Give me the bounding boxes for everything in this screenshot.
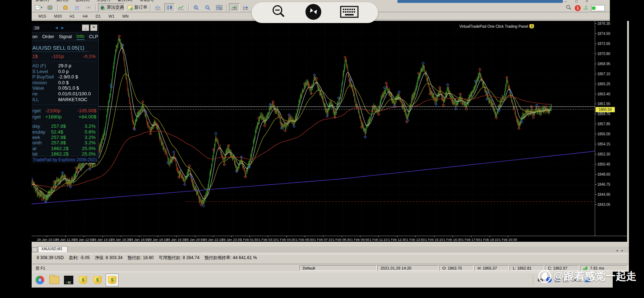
profit-row: onth257.8$3.2% [32,140,98,145]
time-tick: 1 Feb 11:10 [369,238,387,241]
panel-tab-order[interactable]: Order [42,34,54,39]
menu-item-1[interactable]: 查看(V) [35,0,49,3]
auto-scroll-button[interactable] [229,3,240,12]
chart-shift-button[interactable] [240,3,251,12]
moneybag-icon[interactable]: $ [529,24,534,28]
auto-scroll-icon [231,5,238,10]
menu-item-3[interactable]: 图表(C) [75,0,89,3]
taskbar-metatrader-1-icon[interactable]: $ [77,274,89,286]
bottom-black-strip [0,287,644,298]
time-tick: 1 Feb 16:30 [443,238,462,241]
timeframe-h1[interactable]: H1 [68,13,76,19]
timeframe-mn[interactable]: MN [121,13,130,19]
current-price-tag: 1860.59 [595,107,615,112]
timeframe-d1[interactable]: D1 [94,13,102,19]
new-chart-button[interactable] [33,3,44,12]
lvl-icon[interactable]: ⬆LVL [584,6,588,10]
candle-mode-button[interactable] [164,3,175,12]
profit-period-label: onth [32,140,51,145]
panel-minimize-button[interactable]: _ [82,24,89,31]
tile-windows-icon [216,5,223,10]
profiles-button[interactable]: $ [45,3,56,12]
profile-cell[interactable]: Default [299,265,377,271]
time-tick: 1 Feb 08:30 [332,238,351,241]
taskbar-chrome-icon[interactable] [34,274,46,286]
time-tick: 29 Jan 12:50 [74,238,94,241]
chrome-icon [36,276,44,284]
tile-windows-button[interactable] [214,3,225,12]
broadcast-button[interactable] [83,3,94,12]
panel-tab-clp[interactable]: CLP [89,34,98,39]
menu-item-6[interactable]: 帮助(H) [139,0,153,3]
panel-tab-info[interactable]: Info [77,33,84,40]
chart-scroll-strip[interactable] [32,242,629,247]
chart-tab-bar: XAUUSD,M1 ◂ ▸ [32,247,629,252]
algo-trading-button[interactable]: +算法交易 [98,3,125,12]
watermark: @跟着感觉一起走 [538,269,636,284]
lvl-label: LVL [584,8,588,10]
profit-percent: 3.2% [84,123,96,129]
broadcast-icon [85,5,92,10]
taskbar-metatrader-2-icon[interactable]: $ [91,274,104,286]
time-tick: 29 Jan 15:30 [111,238,131,241]
profit-row: ar1662.2$25.0% [32,146,98,151]
info-row: Value0.05/1.0 $ [32,85,98,91]
zoom-out-icon[interactable] [271,4,287,21]
account-cell: 预付款: 18.60 [128,255,154,261]
profit-period-label: esday [32,129,51,135]
zoom-out-button[interactable] [202,3,213,12]
info-value: 0.0 p [58,69,69,74]
info-label: P Buy/Sell [32,74,58,80]
taskbar-ic-markets-icon[interactable]: ılIC [63,274,75,286]
taskbar-metatrader-3-icon[interactable]: $ [106,274,119,286]
community-button[interactable] [72,3,82,12]
panel-title-bar[interactable]: :38 ◄► _ ✕ [32,23,98,32]
sl-points: -2100p [45,108,60,114]
chart-tab-xauusd[interactable]: XAUUSD,M1 [38,246,68,252]
top-right-icons: 1 ⬆LVL [566,4,605,12]
line-mode-button[interactable] [176,3,187,12]
connection-toggle[interactable] [591,5,605,11]
panel-tab-signal[interactable]: Signal [59,34,72,39]
account-cell: 可用预付款: 8 284.74 [159,255,199,261]
time-tick: 29 Jan 22:10 [203,238,223,241]
info-value: -2.9/0.0 $ [58,74,78,80]
folder-icon [49,276,59,284]
taskbar-file-explorer-icon[interactable] [48,274,60,286]
profit-period-label: day [32,123,51,129]
time-tick: 1 Feb 09:50 [351,238,369,241]
new-order-button[interactable]: +新订单 [126,3,148,12]
info-row: P Buy/Sell-2.9/0.0 $ [32,74,98,80]
pl-points: -101p [51,54,64,59]
timeframe-m30[interactable]: M30 [52,13,63,19]
info-label: nission [32,80,58,86]
panel-close-button[interactable]: ✕ [90,24,97,31]
bar-chart-mode-button[interactable] [153,3,164,12]
info-label: ne [32,91,58,97]
timeframe-m15[interactable]: M15 [37,13,47,19]
tab-corner-button[interactable] [32,247,37,252]
title-bar-highlight [397,0,563,3]
sl-label: rget [32,108,45,114]
wallet-button[interactable] [60,3,71,12]
menu-item-5[interactable]: 窗口(W) [118,0,133,3]
panel-title: :38 [33,25,40,31]
menu-item-2[interactable]: 插入(I) [56,0,68,3]
zoom-in-button[interactable] [191,3,202,12]
keyboard-icon[interactable] [340,5,359,20]
new-order-icon: + [127,5,133,10]
search-icon[interactable] [566,4,572,12]
time-tick: 29 Jan 10:10 [37,238,57,241]
remote-desktop-icon[interactable] [305,4,322,22]
svg-text:+: + [103,8,104,10]
chart-area[interactable]: VirtualTradePad One Click Trading Panel … [32,21,627,242]
menu-item-4[interactable]: 工具(T) [97,0,110,3]
window-controls[interactable]: — ▢ ✕ [564,0,592,3]
panel-tab-on[interactable]: on [32,34,37,39]
timeframe-w1[interactable]: W1 [107,13,116,19]
notification-badge[interactable]: 1 [575,5,581,11]
panel-nav-arrows[interactable]: ◄► [55,26,67,30]
candlestick-chart[interactable] [32,21,595,236]
timeframe-h4[interactable]: H4 [81,13,89,19]
tab-scroll-arrows[interactable]: ◂ ▸ [616,249,625,252]
